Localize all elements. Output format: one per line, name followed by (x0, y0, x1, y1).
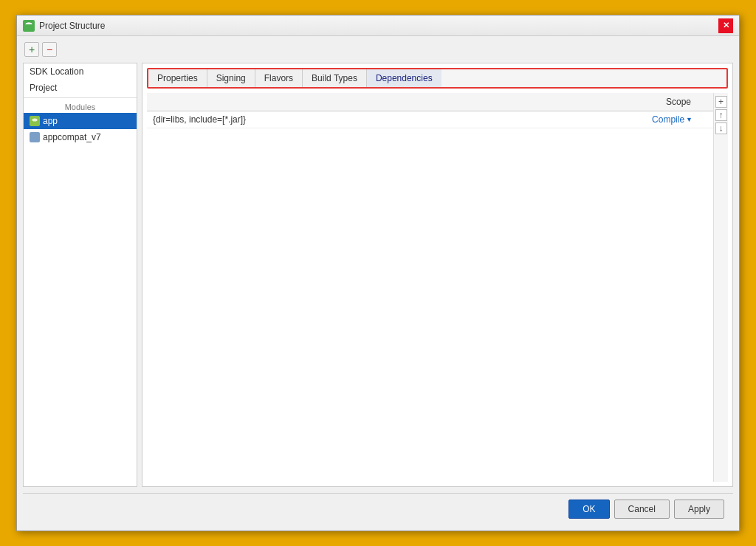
name-column-header (147, 95, 159, 108)
scope-column-header: Scope (660, 95, 713, 108)
svg-point-2 (27, 23, 28, 24)
apply-button[interactable]: Apply (674, 500, 724, 519)
table-row[interactable]: {dir=libs, include=[*.jar]} Compile ▼ (147, 111, 713, 128)
module-app-label: app (43, 116, 58, 126)
svg-point-5 (32, 119, 38, 122)
tab-dependencies[interactable]: Dependencies (367, 69, 441, 87)
add-dependency-button[interactable]: + (715, 96, 727, 108)
toolbar: + − (23, 42, 733, 57)
tabs-bar: Properties Signing Flavors Build Types D… (147, 68, 728, 89)
dropdown-arrow-icon: ▼ (686, 116, 693, 123)
svg-point-3 (30, 23, 32, 24)
sidebar-module-app[interactable]: app (24, 113, 137, 129)
tab-flavors[interactable]: Flavors (255, 69, 303, 87)
project-structure-dialog: Project Structure ✕ + − SDK Location Pro… (16, 15, 740, 531)
dependencies-table: Scope {dir=libs, include=[*.jar]} Compil… (147, 93, 728, 482)
sidebar: SDK Location Project Modules app (23, 63, 137, 487)
sidebar-item-sdk-location[interactable]: SDK Location (24, 63, 137, 80)
android-module-icon (30, 116, 40, 126)
tab-properties[interactable]: Properties (148, 69, 207, 87)
scope-dropdown[interactable]: Compile ▼ (652, 114, 707, 125)
cancel-button[interactable]: Cancel (614, 500, 670, 519)
window-title: Project Structure (39, 21, 105, 31)
sidebar-item-project[interactable]: Project (24, 80, 137, 96)
title-bar: Project Structure ✕ (17, 15, 739, 36)
svg-rect-1 (25, 24, 32, 28)
modules-section-label: Modules (24, 97, 137, 113)
bottom-bar: OK Cancel Apply (23, 493, 733, 525)
ok-button[interactable]: OK (568, 500, 609, 519)
app-icon (23, 20, 35, 32)
window-body: + − SDK Location Project Modules app (17, 36, 739, 531)
svg-rect-6 (31, 134, 38, 141)
table-header: Scope (147, 93, 713, 111)
title-bar-left: Project Structure (23, 20, 105, 32)
sidebar-module-appcompat[interactable]: appcompat_v7 (24, 129, 137, 145)
tab-signing[interactable]: Signing (207, 69, 255, 87)
tab-build-types[interactable]: Build Types (303, 69, 367, 87)
close-button[interactable]: ✕ (718, 18, 733, 33)
module-appcompat-label: appcompat_v7 (43, 132, 101, 142)
side-actions: + ↑ ↓ (713, 93, 728, 482)
scope-value: Compile (652, 114, 684, 125)
move-down-button[interactable]: ↓ (715, 122, 727, 134)
table-area: Scope {dir=libs, include=[*.jar]} Compil… (147, 93, 728, 482)
table-content: Scope {dir=libs, include=[*.jar]} Compil… (147, 93, 713, 482)
move-up-button[interactable]: ↑ (715, 109, 727, 121)
add-module-button[interactable]: + (24, 42, 39, 57)
main-panel: Properties Signing Flavors Build Types D… (142, 63, 733, 487)
content-area: SDK Location Project Modules app (23, 63, 733, 487)
dependency-name: {dir=libs, include=[*.jar]} (153, 114, 246, 125)
remove-module-button[interactable]: − (42, 42, 57, 57)
module-icon (30, 132, 40, 142)
